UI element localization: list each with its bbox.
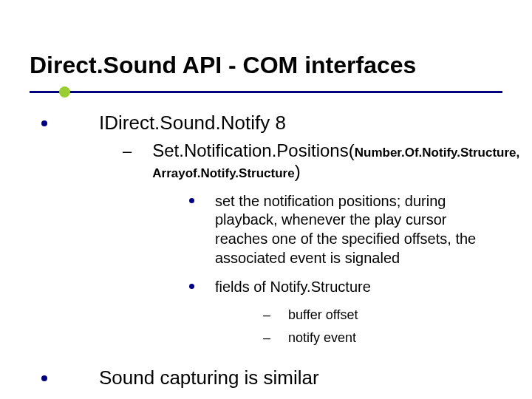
bullet-icon xyxy=(41,375,47,381)
title-separator xyxy=(30,83,502,104)
bullet-level3: fields of Notify.Structure xyxy=(189,278,502,297)
title-rule-dot xyxy=(59,86,70,98)
method-signature: Set.Notification.Positions(Number.Of.Not… xyxy=(152,140,519,182)
bullet-icon xyxy=(41,120,47,126)
title-rule-line xyxy=(30,91,502,93)
method-description: set the notification positions; during p… xyxy=(215,192,502,267)
bullet-level1: IDirect.Sound.Notify 8 xyxy=(41,112,502,134)
dash-icon: – xyxy=(263,330,270,346)
bullet-level3: set the notification positions; during p… xyxy=(189,192,502,267)
interface-name: IDirect.Sound.Notify 8 xyxy=(99,112,286,134)
bullet-icon xyxy=(189,284,194,289)
method-arg2: Arrayof.Notify.Structure xyxy=(152,166,294,180)
bullet-level2: – Set.Notification.Positions(Number.Of.N… xyxy=(123,140,502,182)
bullet-level1: Sound capturing is similar xyxy=(41,366,502,389)
bullet-level4: – buffer offset xyxy=(263,307,502,323)
slide-title: Direct.Sound API - COM interfaces xyxy=(30,52,502,79)
field-buffer-offset: buffer offset xyxy=(288,307,358,323)
bullet-level4: – notify event xyxy=(263,330,502,346)
slide: Direct.Sound API - COM interfaces IDirec… xyxy=(0,0,532,399)
method-close: ) xyxy=(295,161,301,181)
dash-icon: – xyxy=(263,307,270,323)
method-arg1: Number.Of.Notify.Structure, xyxy=(355,146,520,160)
dash-icon: – xyxy=(123,140,132,163)
closing-remark: Sound capturing is similar xyxy=(99,366,319,389)
bullet-icon xyxy=(189,198,194,203)
field-notify-event: notify event xyxy=(288,330,356,346)
slide-content: IDirect.Sound.Notify 8 – Set.Notificatio… xyxy=(30,112,502,389)
method-name: Set.Notification.Positions( xyxy=(152,140,354,160)
fields-heading: fields of Notify.Structure xyxy=(215,278,371,297)
